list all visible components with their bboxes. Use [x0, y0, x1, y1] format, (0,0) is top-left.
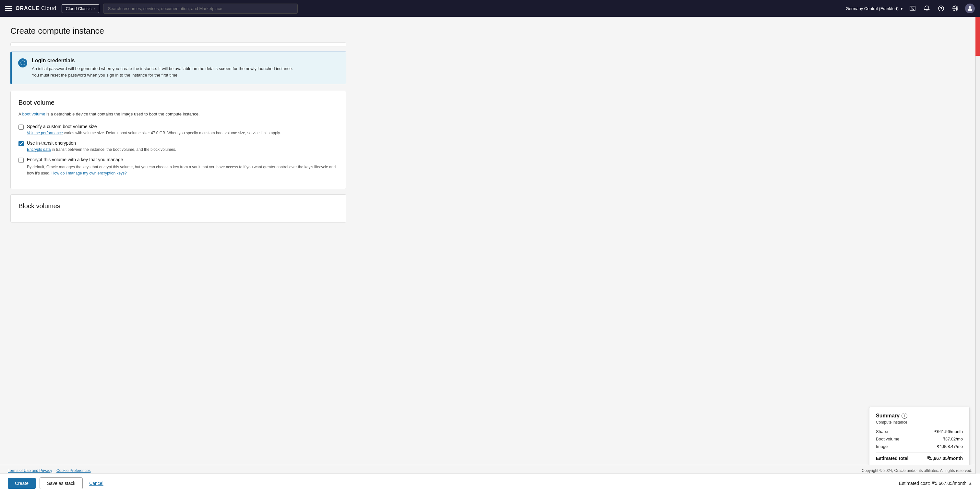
- custom-size-label[interactable]: Specify a custom boot volume size: [27, 124, 97, 129]
- block-volumes-title: Block volumes: [19, 202, 338, 210]
- cookie-link[interactable]: Cookie Preferences: [56, 468, 91, 473]
- boot-volume-title: Boot volume: [19, 99, 338, 107]
- top-navigation: ORACLE Cloud Cloud Classic › Germany Cen…: [0, 0, 980, 17]
- summary-panel: Summary i Compute instance Shape ₹661.56…: [869, 407, 970, 467]
- create-button[interactable]: Create: [8, 478, 36, 489]
- in-transit-checkbox[interactable]: [19, 141, 24, 146]
- boot-volume-section: Boot volume A boot volume is a detachabl…: [10, 91, 346, 189]
- summary-total-label: Estimated total: [876, 456, 908, 461]
- custom-size-content: Specify a custom boot volume size Volume…: [27, 124, 281, 136]
- svg-text:?: ?: [940, 6, 942, 11]
- summary-subtitle: Compute instance: [876, 420, 963, 425]
- summary-total-row: Estimated total ₹5,667.05/month: [876, 456, 963, 461]
- scroll-indicator-bar: [10, 43, 346, 46]
- in-transit-sub: Encrypts data in transit between the ins…: [27, 146, 176, 153]
- estimated-cost: Estimated cost: ₹5,667.05/month ▲: [899, 481, 972, 486]
- bottom-bar: Create Save as stack Cancel Estimated co…: [0, 473, 980, 493]
- avatar[interactable]: [965, 3, 975, 13]
- footer-left: Terms of Use and Privacy Cookie Preferen…: [8, 468, 91, 473]
- nav-right-icons: Germany Central (Frankfurt) ▾ ?: [846, 3, 975, 13]
- terms-link[interactable]: Terms of Use and Privacy: [8, 468, 52, 473]
- svg-point-7: [969, 6, 971, 9]
- in-transit-label[interactable]: Use in-transit encryption: [27, 140, 76, 146]
- summary-image-label: Image: [876, 444, 888, 449]
- help-icon[interactable]: ?: [937, 4, 946, 13]
- encrypt-key-label[interactable]: Encrypt this volume with a key that you …: [27, 157, 123, 162]
- in-transit-row: Use in-transit encryption Encrypts data …: [19, 140, 338, 153]
- oracle-logo: ORACLE Cloud: [16, 5, 56, 11]
- info-icon: ⓘ: [18, 58, 27, 67]
- encrypt-key-row: Encrypt this volume with a key that you …: [19, 157, 338, 177]
- summary-info-icon[interactable]: i: [902, 413, 907, 419]
- custom-size-sub: Volume performance varies with volume si…: [27, 130, 281, 136]
- hamburger-menu[interactable]: [5, 6, 12, 11]
- login-credentials-card: ⓘ Login credentials An initial password …: [10, 52, 346, 84]
- search-input[interactable]: [103, 3, 298, 14]
- summary-title: Summary: [876, 413, 900, 419]
- bottom-actions: Create Save as stack Cancel: [8, 477, 106, 489]
- encrypt-key-checkbox[interactable]: [19, 157, 24, 163]
- volume-performance-link[interactable]: Volume performance: [27, 131, 63, 135]
- summary-boot-volume-row: Boot volume ₹37.02/mo: [876, 437, 963, 441]
- main-wrapper: Create compute instance ⓘ Login credenti…: [0, 17, 980, 493]
- terminal-icon[interactable]: [908, 4, 917, 13]
- summary-shape-row: Shape ₹661.56/month: [876, 429, 963, 434]
- login-credentials-title: Login credentials: [32, 58, 293, 64]
- custom-size-row: Specify a custom boot volume size Volume…: [19, 124, 338, 136]
- encryption-keys-link[interactable]: How do I manage my own encryption keys?: [52, 171, 127, 175]
- summary-image-row: Image ₹4,968.47/mo: [876, 444, 963, 449]
- cancel-button[interactable]: Cancel: [87, 478, 106, 489]
- summary-shape-value: ₹661.56/month: [934, 429, 963, 434]
- encrypts-data-link[interactable]: Encrypts data: [27, 147, 51, 152]
- login-credentials-text: An initial password will be generated wh…: [32, 65, 293, 78]
- page-title: Create compute instance: [10, 26, 346, 36]
- content-area: Create compute instance ⓘ Login credenti…: [0, 17, 357, 493]
- custom-size-checkbox[interactable]: [19, 124, 24, 130]
- summary-boot-value: ₹37.02/mo: [943, 437, 963, 441]
- estimated-cost-value: ₹5,667.05/month: [932, 481, 966, 486]
- bell-icon[interactable]: [922, 4, 931, 13]
- globe-icon[interactable]: [951, 4, 960, 13]
- summary-shape-label: Shape: [876, 429, 888, 434]
- encrypt-key-content: Encrypt this volume with a key that you …: [27, 157, 338, 177]
- summary-header: Summary i: [876, 413, 963, 419]
- chevron-up-icon[interactable]: ▲: [968, 481, 972, 485]
- footer-copyright: Copyright © 2024, Oracle and/or its affi…: [862, 468, 972, 473]
- encrypt-key-sub: By default, Oracle manages the keys that…: [27, 164, 338, 177]
- cloud-classic-button[interactable]: Cloud Classic ›: [62, 4, 99, 13]
- estimated-cost-label: Estimated cost:: [899, 481, 930, 486]
- block-volumes-section: Block volumes: [10, 194, 346, 223]
- boot-volume-link[interactable]: boot volume: [22, 111, 45, 116]
- summary-image-value: ₹4,968.47/mo: [937, 444, 963, 449]
- summary-total-value: ₹5,667.05/month: [927, 456, 963, 461]
- in-transit-content: Use in-transit encryption Encrypts data …: [27, 140, 176, 153]
- region-selector[interactable]: Germany Central (Frankfurt) ▾: [846, 6, 903, 11]
- boot-volume-description: A boot volume is a detachable device tha…: [19, 111, 338, 118]
- login-credentials-content: Login credentials An initial password wi…: [32, 58, 293, 78]
- scrollbar[interactable]: [975, 17, 980, 474]
- save-stack-button[interactable]: Save as stack: [40, 477, 83, 489]
- chevron-down-icon: ▾: [900, 6, 903, 11]
- summary-boot-label: Boot volume: [876, 437, 899, 441]
